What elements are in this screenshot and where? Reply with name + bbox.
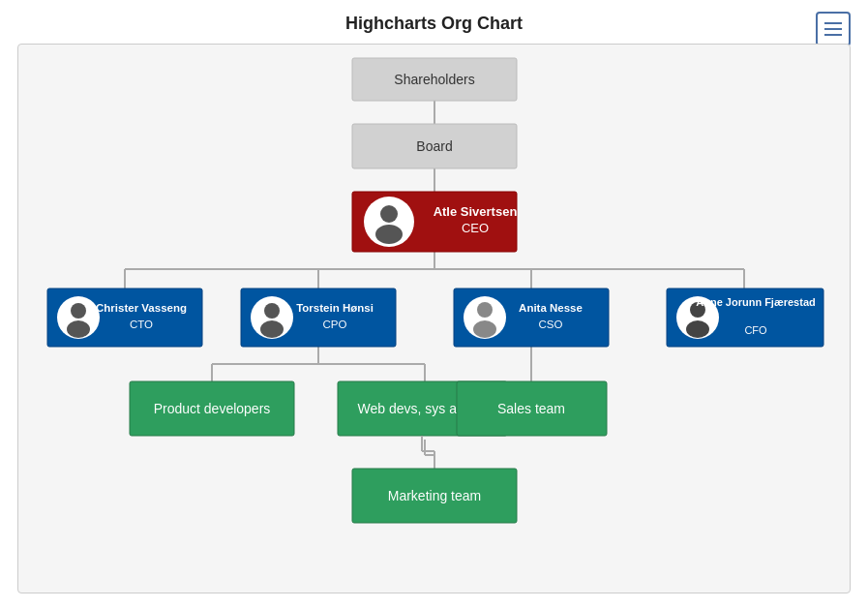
chart-container: Shareholders Board Atle Sivertsen CEO Ch…: [17, 44, 851, 593]
svg-point-47: [686, 320, 709, 338]
svg-point-34: [264, 303, 280, 319]
svg-point-40: [477, 302, 493, 318]
hamburger-button[interactable]: [816, 12, 851, 46]
svg-point-41: [473, 320, 496, 338]
svg-point-29: [67, 320, 90, 338]
svg-text:Torstein Hønsi: Torstein Hønsi: [296, 302, 374, 314]
svg-text:Atle Sivertsen: Atle Sivertsen: [434, 204, 518, 219]
svg-text:CPO: CPO: [323, 319, 347, 330]
svg-text:CEO: CEO: [462, 221, 489, 235]
svg-point-28: [71, 303, 86, 319]
org-chart-svg: Shareholders Board Atle Sivertsen CEO Ch…: [18, 45, 851, 593]
svg-text:Product developers: Product developers: [154, 401, 271, 416]
svg-text:Anne Jorunn Fjærestad: Anne Jorunn Fjærestad: [696, 296, 815, 308]
svg-text:CFO: CFO: [744, 324, 767, 336]
svg-point-23: [375, 225, 403, 244]
svg-point-35: [260, 320, 284, 338]
svg-text:Board: Board: [416, 138, 452, 154]
svg-text:Sales team: Sales team: [497, 401, 565, 416]
page-title: Highcharts Org Chart: [0, 0, 868, 44]
svg-text:Marketing team: Marketing team: [388, 488, 481, 503]
svg-text:CTO: CTO: [130, 319, 153, 330]
svg-text:Christer Vasseng: Christer Vasseng: [96, 302, 187, 314]
svg-point-22: [380, 205, 398, 223]
svg-text:Shareholders: Shareholders: [394, 72, 474, 87]
svg-text:CSO: CSO: [539, 319, 563, 330]
svg-text:Anita Nesse: Anita Nesse: [519, 302, 583, 314]
